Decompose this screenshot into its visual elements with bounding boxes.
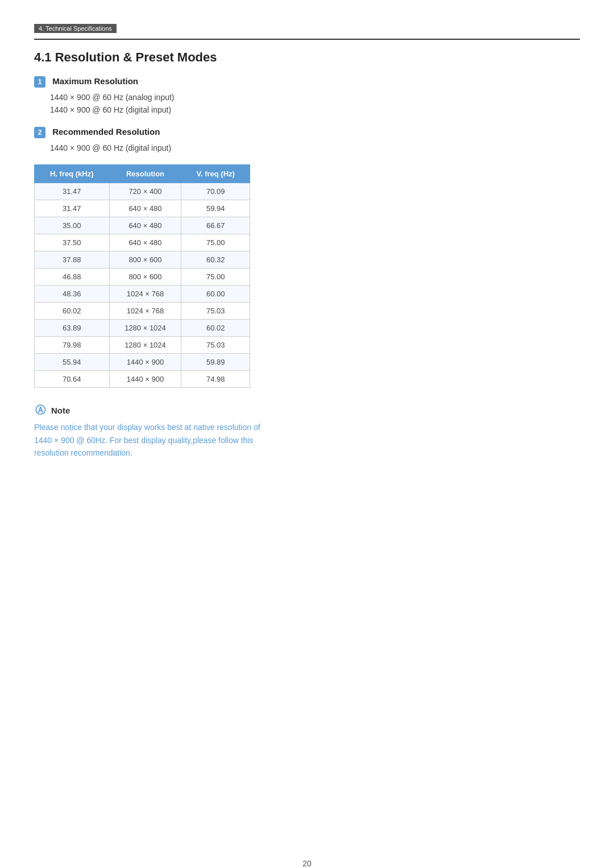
table-row: 70.641440 × 90074.98 — [35, 371, 250, 388]
table-cell-1-1: 640 × 480 — [109, 200, 181, 217]
table-cell-6-0: 48.36 — [35, 286, 110, 303]
table-row: 37.50640 × 48075.00 — [35, 234, 250, 251]
recommended-resolution-badge: 2 — [34, 127, 45, 138]
table-cell-4-2: 60.32 — [181, 251, 250, 268]
table-cell-9-1: 1280 × 1024 — [109, 337, 181, 354]
recommended-resolution-text: 1440 × 900 @ 60 Hz (digital input) — [50, 142, 580, 154]
table-cell-3-1: 640 × 480 — [109, 234, 181, 251]
col-resolution: Resolution — [109, 165, 181, 183]
table-cell-8-0: 63.89 — [35, 320, 110, 337]
table-cell-1-0: 31.47 — [35, 200, 110, 217]
section-title: 4.1 Resolution & Preset Modes — [34, 50, 580, 65]
table-body: 31.47720 × 40070.0931.47640 × 48059.9435… — [35, 183, 250, 388]
preset-modes-table: H. freq (kHz) Resolution V. freq (Hz) 31… — [34, 164, 250, 388]
table-row: 46.88800 × 60075.00 — [35, 268, 250, 286]
table-header: H. freq (kHz) Resolution V. freq (Hz) — [35, 165, 250, 183]
table-cell-5-0: 46.88 — [35, 268, 110, 286]
table-cell-7-1: 1024 × 768 — [109, 303, 181, 320]
section-divider — [34, 39, 580, 40]
table-cell-3-0: 37.50 — [35, 234, 110, 251]
note-icon: Ⓐ — [34, 404, 47, 416]
table-header-row: H. freq (kHz) Resolution V. freq (Hz) — [35, 165, 250, 183]
table-cell-10-1: 1440 × 900 — [109, 354, 181, 371]
table-row: 60.021024 × 76875.03 — [35, 303, 250, 320]
col-hfreq: H. freq (kHz) — [35, 165, 110, 183]
table-cell-3-2: 75.00 — [181, 234, 250, 251]
table-cell-10-2: 59.89 — [181, 354, 250, 371]
table-cell-9-2: 75.03 — [181, 337, 250, 354]
table-cell-2-1: 640 × 480 — [109, 217, 181, 234]
page-number: 20 — [302, 859, 312, 868]
table-cell-7-2: 75.03 — [181, 303, 250, 320]
table-cell-10-0: 55.94 — [35, 354, 110, 371]
recommended-resolution-heading: 2 Recommended Resolution — [34, 127, 580, 138]
table-row: 31.47720 × 40070.09 — [35, 183, 250, 200]
table-cell-8-2: 60.02 — [181, 320, 250, 337]
table-cell-4-1: 800 × 600 — [109, 251, 181, 268]
table-cell-11-1: 1440 × 900 — [109, 371, 181, 388]
table-cell-0-0: 31.47 — [35, 183, 110, 200]
recommended-resolution-section: 2 Recommended Resolution 1440 × 900 @ 60… — [34, 127, 580, 154]
max-resolution-heading: 1 Maximum Resolution — [34, 76, 580, 88]
max-resolution-section: 1 Maximum Resolution 1440 × 900 @ 60 Hz … — [34, 76, 580, 117]
max-resolution-line1: 1440 × 900 @ 60 Hz (analog input) 1440 ×… — [50, 91, 580, 117]
table-cell-2-2: 66.67 — [181, 217, 250, 234]
table-row: 55.941440 × 90059.89 — [35, 354, 250, 371]
table-row: 31.47640 × 48059.94 — [35, 200, 250, 217]
table-row: 63.891280 × 102460.02 — [35, 320, 250, 337]
table-cell-1-2: 59.94 — [181, 200, 250, 217]
table-cell-7-0: 60.02 — [35, 303, 110, 320]
table-cell-11-2: 74.98 — [181, 371, 250, 388]
table-cell-9-0: 79.98 — [35, 337, 110, 354]
max-resolution-badge: 1 — [34, 76, 45, 88]
note-text: Please notice that your display works be… — [34, 421, 262, 459]
table-cell-5-2: 75.00 — [181, 268, 250, 286]
table-row: 48.361024 × 76860.00 — [35, 286, 250, 303]
table-cell-6-2: 60.00 — [181, 286, 250, 303]
table-cell-0-1: 720 × 400 — [109, 183, 181, 200]
note-section: Ⓐ Note Please notice that your display w… — [34, 404, 580, 459]
table-row: 37.88800 × 60060.32 — [35, 251, 250, 268]
table-cell-6-1: 1024 × 768 — [109, 286, 181, 303]
table-row: 35.00640 × 48066.67 — [35, 217, 250, 234]
table-cell-0-2: 70.09 — [181, 183, 250, 200]
col-vfreq: V. freq (Hz) — [181, 165, 250, 183]
table-cell-8-1: 1280 × 1024 — [109, 320, 181, 337]
table-cell-5-1: 800 × 600 — [109, 268, 181, 286]
table-row: 79.981280 × 102475.03 — [35, 337, 250, 354]
table-cell-11-0: 70.64 — [35, 371, 110, 388]
table-cell-2-0: 35.00 — [35, 217, 110, 234]
page-wrapper: 4. Technical Specifications 4.1 Resoluti… — [34, 23, 580, 868]
table-cell-4-0: 37.88 — [35, 251, 110, 268]
note-heading: Ⓐ Note — [34, 404, 580, 416]
breadcrumb: 4. Technical Specifications — [34, 24, 117, 33]
